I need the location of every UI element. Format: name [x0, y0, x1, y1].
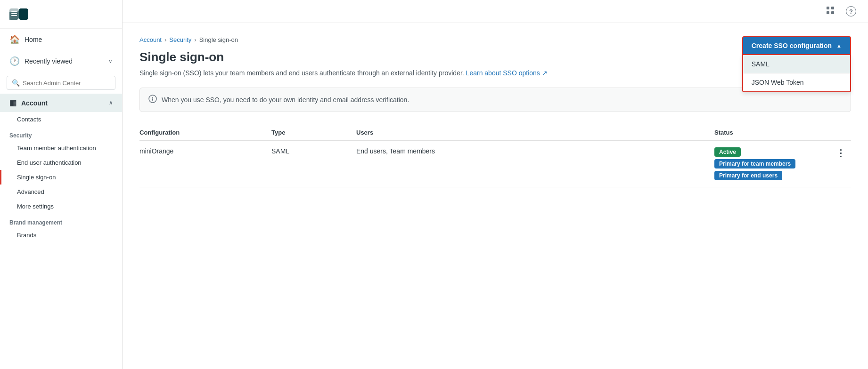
svg-rect-2	[11, 15, 17, 16]
sidebar-security-label: Security	[0, 127, 122, 141]
breadcrumb-account[interactable]: Account	[139, 36, 162, 43]
breadcrumb-current: Single sign-on	[199, 36, 238, 43]
cell-more-actions[interactable]: ⋮	[832, 147, 851, 159]
info-banner-text: When you use SSO, you need to do your ow…	[162, 96, 409, 104]
sidebar-item-brands[interactable]: Brands	[0, 228, 122, 242]
svg-rect-9	[152, 97, 153, 98]
sidebar-item-more-settings[interactable]: More settings	[0, 199, 122, 214]
svg-rect-5	[827, 11, 829, 14]
sidebar: 🏠 Home 🕐 Recently viewed ∨ 🔍 ▦ Account ∧…	[0, 0, 123, 369]
cell-type: SAML	[271, 147, 356, 155]
col-actions	[832, 129, 851, 136]
svg-rect-0	[11, 11, 17, 12]
account-grid-icon: ▦	[9, 98, 16, 107]
create-sso-wrapper: Create SSO configuration ▲ SAML JSON Web…	[742, 36, 851, 55]
breadcrumb-sep-2: ›	[194, 36, 196, 43]
sidebar-scroll: 🏠 Home 🕐 Recently viewed ∨ 🔍 ▦ Account ∧…	[0, 29, 122, 369]
badge-primary-end: Primary for end users	[714, 171, 782, 180]
col-users: Users	[356, 129, 714, 136]
logo-area	[0, 0, 122, 29]
sidebar-item-team-member-auth[interactable]: Team member authentication	[0, 141, 122, 155]
more-options-button[interactable]: ⋮	[832, 146, 850, 160]
col-status: Status	[714, 129, 832, 136]
zendesk-logo	[9, 8, 28, 22]
topbar: ?	[123, 0, 868, 23]
sidebar-account-label: Account	[21, 99, 48, 107]
sso-table: Configuration Type Users Status miniOran…	[139, 125, 851, 187]
col-type: Type	[271, 129, 356, 136]
chevron-up-icon: ∧	[109, 100, 113, 106]
badge-active: Active	[714, 147, 741, 157]
sidebar-recently-viewed-label: Recently viewed	[25, 57, 73, 65]
grid-icon	[826, 6, 835, 17]
help-icon-button[interactable]: ?	[843, 4, 859, 19]
info-icon	[148, 95, 157, 105]
create-sso-button[interactable]: Create SSO configuration ▲	[742, 36, 851, 55]
svg-rect-6	[831, 11, 834, 14]
home-icon: 🏠	[9, 34, 20, 45]
svg-rect-8	[152, 98, 153, 101]
create-sso-dropdown: SAML JSON Web Token	[742, 55, 851, 92]
search-box[interactable]: 🔍	[7, 76, 115, 90]
chevron-down-icon: ∨	[108, 58, 113, 64]
sidebar-item-end-user-auth[interactable]: End user authentication	[0, 155, 122, 170]
breadcrumb-security[interactable]: Security	[169, 36, 191, 43]
help-icon: ?	[846, 6, 856, 16]
cell-configuration: miniOrange	[139, 147, 271, 155]
main-content: ? Account › Security › Single sign-on Si…	[123, 0, 868, 369]
dropdown-item-jwt[interactable]: JSON Web Token	[743, 73, 850, 91]
table-row: miniOrange SAML End users, Team members …	[139, 141, 851, 187]
svg-rect-1	[11, 13, 17, 14]
sidebar-item-advanced[interactable]: Advanced	[0, 184, 122, 199]
svg-rect-3	[827, 7, 829, 9]
sidebar-item-home[interactable]: 🏠 Home	[0, 29, 122, 50]
search-input[interactable]	[23, 80, 110, 87]
sidebar-brand-mgmt-label: Brand management	[0, 214, 122, 228]
svg-rect-4	[831, 7, 834, 9]
sidebar-item-contacts[interactable]: Contacts	[0, 112, 122, 127]
chevron-icon: ▲	[836, 43, 842, 48]
col-configuration: Configuration	[139, 129, 271, 136]
sidebar-home-label: Home	[25, 36, 42, 43]
table-header: Configuration Type Users Status	[139, 125, 851, 141]
content-area: Account › Security › Single sign-on Sing…	[123, 23, 868, 369]
sidebar-item-single-sign-on[interactable]: Single sign-on	[0, 170, 122, 184]
grid-icon-button[interactable]	[823, 4, 838, 19]
learn-more-link[interactable]: Learn about SSO options ↗	[466, 69, 548, 77]
dropdown-item-saml[interactable]: SAML	[743, 55, 850, 73]
clock-icon: 🕐	[9, 56, 20, 66]
sidebar-account-section[interactable]: ▦ Account ∧	[0, 94, 122, 112]
cell-status: Active Primary for team members Primary …	[714, 147, 832, 180]
cell-users: End users, Team members	[356, 147, 714, 155]
badge-primary-team: Primary for team members	[714, 159, 795, 168]
search-icon: 🔍	[12, 79, 20, 87]
breadcrumb-sep-1: ›	[164, 36, 166, 43]
sidebar-item-recently-viewed[interactable]: 🕐 Recently viewed ∨	[0, 50, 122, 72]
